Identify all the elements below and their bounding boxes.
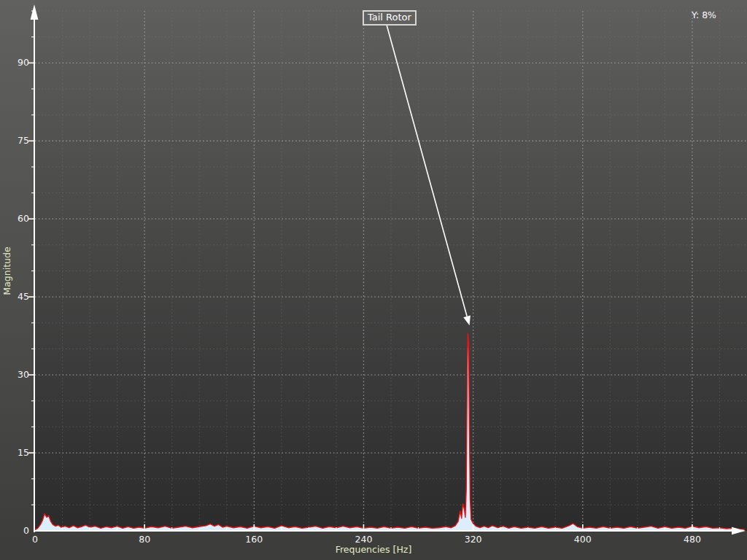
x-tick-label: 320 bbox=[465, 534, 482, 545]
cursor-y-readout: Y: 8% bbox=[692, 9, 716, 20]
chart-canvas: 0801602403204004800153045607590 Magnitud… bbox=[0, 0, 747, 560]
x-tick-label: 80 bbox=[139, 534, 150, 545]
x-axis-title: Frequencies [Hz] bbox=[0, 544, 747, 555]
annotation-label-box[interactable]: Tail Rotor bbox=[363, 10, 417, 26]
y-tick-label: 90 bbox=[0, 57, 29, 68]
x-tick-label: 160 bbox=[245, 534, 263, 545]
y-tick-label: 0 bbox=[0, 525, 29, 536]
x-tick-label: 0 bbox=[32, 534, 38, 545]
axes bbox=[28, 4, 746, 534]
chart-svg bbox=[0, 0, 747, 560]
y-axis-title: Magnitude bbox=[1, 231, 12, 311]
y-tick-label: 15 bbox=[0, 447, 29, 458]
x-tick-label: 400 bbox=[574, 534, 592, 545]
y-tick-label: 30 bbox=[0, 369, 29, 380]
y-tick-label: 60 bbox=[0, 213, 29, 224]
y-tick-label: 75 bbox=[0, 135, 29, 146]
annotation-leader-arrow bbox=[387, 25, 471, 325]
x-tick-label: 480 bbox=[684, 534, 701, 545]
spectrum-series bbox=[35, 333, 744, 531]
x-tick-label: 240 bbox=[355, 534, 373, 545]
